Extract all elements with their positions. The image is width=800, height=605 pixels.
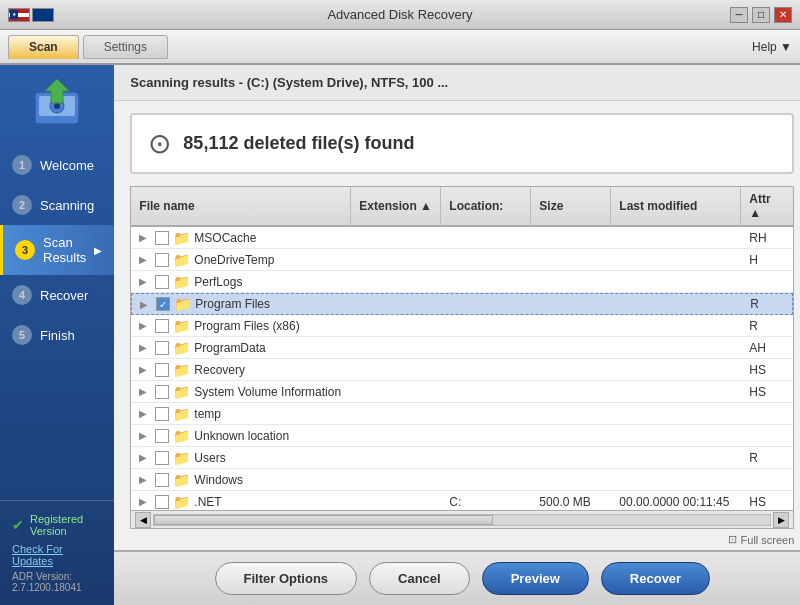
row-checkbox[interactable] <box>155 407 169 421</box>
row-checkbox[interactable] <box>155 319 169 333</box>
table-row[interactable]: ▶📁temp <box>131 403 793 425</box>
sidebar-item-finish[interactable]: 5 Finish <box>0 315 114 355</box>
table-row[interactable]: ▶📁UsersR <box>131 447 793 469</box>
file-name-label: Unknown location <box>194 429 289 443</box>
found-count-text: 85,112 deleted file(s) found <box>183 133 414 154</box>
folder-icon: 📁 <box>173 450 190 466</box>
row-checkbox[interactable] <box>155 341 169 355</box>
cell-attr: R <box>742 295 792 313</box>
row-expander-icon[interactable]: ▶ <box>139 254 151 265</box>
row-expander-icon[interactable]: ▶ <box>139 408 151 419</box>
col-header-ext[interactable]: Extension ▲ <box>351 187 441 225</box>
row-expander-icon[interactable]: ▶ <box>139 232 151 243</box>
toolbar: Scan Settings Help ▼ <box>0 30 800 65</box>
checkmark-icon: ✔ <box>12 517 24 533</box>
minimize-button[interactable]: ─ <box>730 7 748 23</box>
help-button[interactable]: Help ▼ <box>752 40 792 54</box>
row-checkbox[interactable] <box>155 253 169 267</box>
cell-ext <box>351 346 441 350</box>
col-header-modified[interactable]: Last modified <box>611 187 741 225</box>
table-row[interactable]: ▶✓📁Program FilesR <box>131 293 793 315</box>
col-header-attr[interactable]: Attr ▲ <box>741 187 791 225</box>
registered-label: Registered Version <box>30 513 102 537</box>
cell-attr: HS <box>741 493 791 511</box>
check-updates-link[interactable]: Check For Updates <box>12 543 102 567</box>
scroll-right-button[interactable]: ▶ <box>773 512 789 528</box>
close-button[interactable]: ✕ <box>774 7 792 23</box>
cell-attr <box>741 280 791 284</box>
row-checkbox[interactable] <box>155 275 169 289</box>
row-expander-icon[interactable]: ▶ <box>139 276 151 287</box>
scroll-thumb[interactable] <box>154 515 493 525</box>
sidebar-item-welcome[interactable]: 1 Welcome <box>0 145 114 185</box>
row-expander-icon[interactable]: ▶ <box>139 496 151 507</box>
cell-ext <box>351 456 441 460</box>
maximize-button[interactable]: □ <box>752 7 770 23</box>
table-row[interactable]: ▶📁Windows <box>131 469 793 491</box>
row-expander-icon[interactable]: ▶ <box>139 474 151 485</box>
recover-button[interactable]: Recover <box>601 562 710 595</box>
step-4-number: 4 <box>12 285 32 305</box>
row-checkbox[interactable]: ✓ <box>156 297 170 311</box>
row-expander-icon[interactable]: ▶ <box>139 452 151 463</box>
cell-location <box>441 236 531 240</box>
table-row[interactable]: ▶📁MSOCacheRH <box>131 227 793 249</box>
col-header-filename[interactable]: File name <box>131 187 351 225</box>
row-expander-icon[interactable]: ▶ <box>139 320 151 331</box>
tab-settings[interactable]: Settings <box>83 35 168 59</box>
step-2-number: 2 <box>12 195 32 215</box>
cell-attr: H <box>741 251 791 269</box>
cell-filename: ▶📁Users <box>131 448 351 468</box>
cancel-button[interactable]: Cancel <box>369 562 470 595</box>
registered-version: ✔ Registered Version <box>12 513 102 537</box>
row-checkbox[interactable] <box>155 385 169 399</box>
sidebar: 1 Welcome 2 Scanning 3 Scan Results ▶ 4 … <box>0 65 114 605</box>
fullscreen-label: Full screen <box>741 534 795 546</box>
cell-attr <box>741 434 791 438</box>
cell-location <box>441 478 531 482</box>
row-expander-icon[interactable]: ▶ <box>139 430 151 441</box>
table-row[interactable]: ▶📁OneDriveTempH <box>131 249 793 271</box>
cell-filename: ▶📁Recovery <box>131 360 351 380</box>
cell-filename: ▶📁MSOCache <box>131 228 351 248</box>
row-expander-icon[interactable]: ▶ <box>139 364 151 375</box>
cell-modified <box>612 302 742 306</box>
preview-button[interactable]: Preview <box>482 562 589 595</box>
row-expander-icon[interactable]: ▶ <box>139 342 151 353</box>
col-header-size[interactable]: Size <box>531 187 611 225</box>
app-title: Advanced Disk Recovery <box>327 7 472 22</box>
horizontal-scrollbar[interactable]: ◀ ▶ <box>131 510 793 528</box>
sidebar-item-scanning[interactable]: 2 Scanning <box>0 185 114 225</box>
sidebar-item-recover[interactable]: 4 Recover <box>0 275 114 315</box>
table-row[interactable]: ▶📁System Volume InformationHS <box>131 381 793 403</box>
row-checkbox[interactable] <box>155 363 169 377</box>
scroll-track[interactable] <box>153 514 771 526</box>
row-checkbox[interactable] <box>155 473 169 487</box>
cell-ext <box>351 258 441 262</box>
cell-location: C: <box>441 493 531 511</box>
row-checkbox[interactable] <box>155 495 169 509</box>
table-body: ▶📁MSOCacheRH▶📁OneDriveTempH▶📁PerfLogs▶✓📁… <box>131 227 793 510</box>
file-name-label: .NET <box>194 495 221 509</box>
table-row[interactable]: ▶📁PerfLogs <box>131 271 793 293</box>
table-row[interactable]: ▶📁.NETC:500.0 MB00.00.0000 00:11:45HS <box>131 491 793 510</box>
sidebar-item-label-recover: Recover <box>40 288 88 303</box>
step-1-number: 1 <box>12 155 32 175</box>
fullscreen-link[interactable]: ⊡ Full screen <box>114 529 800 550</box>
scroll-left-button[interactable]: ◀ <box>135 512 151 528</box>
row-checkbox[interactable] <box>155 231 169 245</box>
table-row[interactable]: ▶📁Unknown location <box>131 425 793 447</box>
table-row[interactable]: ▶📁RecoveryHS <box>131 359 793 381</box>
row-checkbox[interactable] <box>155 429 169 443</box>
sidebar-item-scan-results[interactable]: 3 Scan Results ▶ <box>0 225 114 275</box>
table-row[interactable]: ▶📁ProgramDataAH <box>131 337 793 359</box>
table-row[interactable]: ▶📁Program Files (x86)R <box>131 315 793 337</box>
row-expander-icon[interactable]: ▶ <box>139 386 151 397</box>
folder-icon: 📁 <box>173 494 190 510</box>
filter-options-button[interactable]: Filter Options <box>215 562 358 595</box>
row-expander-icon[interactable]: ▶ <box>140 299 152 310</box>
row-checkbox[interactable] <box>155 451 169 465</box>
col-header-location[interactable]: Location: <box>441 187 531 225</box>
file-name-label: Program Files (x86) <box>194 319 299 333</box>
tab-scan[interactable]: Scan <box>8 35 79 59</box>
